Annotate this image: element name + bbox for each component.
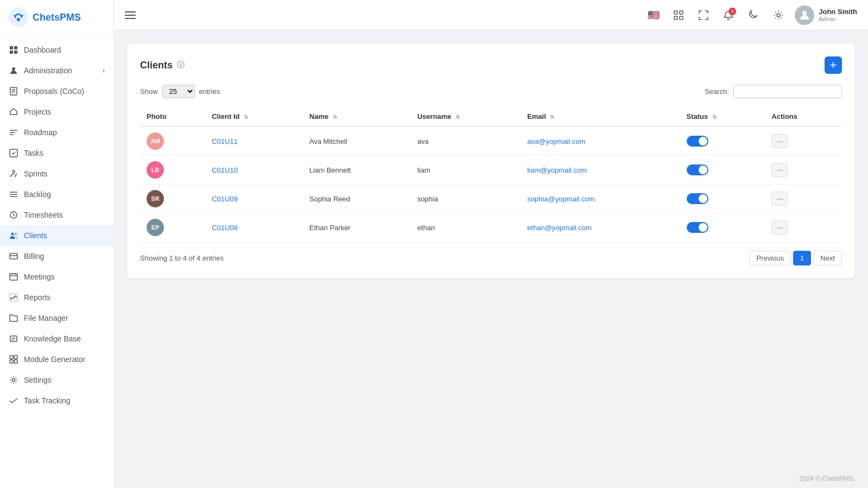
timesheets-icon (9, 210, 18, 220)
svg-point-1 (17, 18, 20, 21)
reports-icon (9, 293, 18, 302)
sidebar-item-file-manager[interactable]: File Manager (0, 308, 113, 328)
language-flag[interactable]: 🇺🇸 (645, 7, 662, 24)
cell-username: sophia (411, 185, 521, 213)
cell-client-id[interactable]: C01U11 (205, 126, 303, 156)
sidebar-item-task-tracking[interactable]: Task Tracking (0, 390, 113, 411)
dashboard-icon (9, 45, 18, 55)
svg-rect-3 (14, 46, 17, 49)
svg-rect-29 (680, 11, 683, 14)
page-1-button[interactable]: 1 (793, 251, 811, 265)
tasks-icon (9, 148, 18, 158)
sidebar-item-reports[interactable]: Reports (0, 287, 113, 308)
cell-status[interactable] (680, 213, 765, 242)
show-entries-control: Show 25 10 50 100 entries (140, 85, 220, 98)
settings-gear-icon[interactable] (770, 7, 787, 24)
fullscreen-icon[interactable] (695, 7, 712, 24)
clients-card: Clients ⓘ + Show 25 10 50 100 entries (127, 43, 855, 278)
sidebar-item-timesheets[interactable]: Timesheets (0, 205, 113, 225)
dark-mode-toggle[interactable] (745, 7, 762, 24)
add-client-button[interactable]: + (825, 56, 842, 74)
cell-photo: EP (140, 213, 205, 242)
table-row: LB C01U10 Liam Bennett liam liam@yopmail… (140, 156, 842, 185)
user-profile[interactable]: John Smith Admin (795, 5, 857, 25)
table-footer: Showing 1 to 4 of 4 entries Previous 1 N… (140, 251, 842, 265)
action-menu-button[interactable]: ··· (771, 163, 788, 177)
svg-rect-18 (10, 274, 17, 280)
info-icon[interactable]: ⓘ (177, 60, 185, 70)
sidebar-item-settings[interactable]: Settings (0, 370, 113, 390)
col-status[interactable]: Status ⇅ (680, 107, 765, 126)
sidebar-label-tasks: Tasks (24, 149, 43, 157)
sidebar-item-tasks[interactable]: Tasks (0, 143, 113, 163)
svg-rect-24 (14, 356, 17, 359)
svg-rect-23 (10, 356, 13, 359)
sidebar-item-knowledge-base[interactable]: Knowledge Base (0, 328, 113, 349)
sidebar-item-administration[interactable]: Administration › (0, 60, 113, 81)
col-username[interactable]: Username ⇅ (411, 107, 521, 126)
svg-point-33 (802, 11, 807, 15)
svg-rect-22 (10, 294, 17, 301)
cell-status[interactable] (680, 126, 765, 156)
sidebar-item-sprints[interactable]: Sprints (0, 163, 113, 184)
sidebar-item-billing[interactable]: Billing (0, 246, 113, 267)
sidebar-label-reports: Reports (24, 293, 50, 302)
cell-actions[interactable]: ··· (765, 156, 842, 185)
previous-button[interactable]: Previous (749, 251, 791, 265)
status-toggle[interactable] (687, 193, 708, 204)
svg-rect-31 (680, 16, 683, 20)
cell-email[interactable]: sophia@yopmail.com (521, 185, 680, 213)
cell-email[interactable]: liam@yopmail.com (521, 156, 680, 185)
cell-email[interactable]: ethan@yopmail.com (521, 213, 680, 242)
apps-grid-icon[interactable] (670, 7, 687, 24)
sidebar-item-clients[interactable]: Clients (0, 225, 113, 246)
sidebar-item-projects[interactable]: Projects (0, 102, 113, 122)
cell-client-id[interactable]: C01U08 (205, 213, 303, 242)
col-email[interactable]: Email ⇅ (521, 107, 680, 126)
action-menu-button[interactable]: ··· (771, 220, 788, 235)
cell-client-id[interactable]: C01U10 (205, 156, 303, 185)
table-row: AM C01U11 Ava Mitchell ava ava@yopmail.c… (140, 126, 842, 156)
action-menu-button[interactable]: ··· (771, 134, 788, 148)
module-generator-icon (9, 354, 18, 364)
settings-icon (9, 375, 18, 385)
cell-photo: AM (140, 126, 205, 156)
sidebar-item-roadmap[interactable]: Roadmap (0, 122, 113, 143)
sidebar-label-settings: Settings (24, 376, 52, 384)
sidebar-item-backlog[interactable]: Backlog (0, 184, 113, 205)
sidebar-item-dashboard[interactable]: Dashboard (0, 40, 113, 60)
next-button[interactable]: Next (813, 251, 842, 265)
cell-status[interactable] (680, 156, 765, 185)
content-area: Clients ⓘ + Show 25 10 50 100 entries (114, 30, 868, 470)
svg-point-6 (12, 67, 15, 71)
knowledge-base-icon (9, 334, 18, 344)
cell-actions[interactable]: ··· (765, 126, 842, 156)
action-menu-button[interactable]: ··· (771, 192, 788, 206)
cell-actions[interactable]: ··· (765, 213, 842, 242)
sidebar-item-module-generator[interactable]: Module Generator (0, 349, 113, 370)
status-toggle[interactable] (687, 164, 708, 175)
cell-email[interactable]: ava@yopmail.com (521, 126, 680, 156)
col-photo: Photo (140, 107, 205, 126)
sidebar-item-proposals[interactable]: Proposals (CoCo) (0, 81, 113, 102)
svg-rect-30 (674, 16, 677, 20)
showing-text: Showing 1 to 4 of 4 entries (140, 254, 224, 262)
svg-rect-2 (10, 46, 13, 49)
entries-select[interactable]: 25 10 50 100 (162, 85, 195, 98)
cell-actions[interactable]: ··· (765, 185, 842, 213)
notifications-icon[interactable]: 0 (720, 7, 737, 24)
col-client-id[interactable]: Client Id ⇅ (205, 107, 303, 126)
main-area: 🇺🇸 0 (114, 0, 868, 488)
cell-client-id[interactable]: C01U09 (205, 185, 303, 213)
sidebar-item-meetings[interactable]: Meetings (0, 267, 113, 287)
status-toggle[interactable] (687, 136, 708, 147)
page-header: Clients ⓘ + (140, 56, 842, 74)
sidebar: ChetsPMS Dashboard Administration › Prop… (0, 0, 114, 488)
user-role: Admin (819, 16, 857, 22)
status-toggle[interactable] (687, 222, 708, 233)
file-manager-icon (9, 313, 18, 323)
hamburger-menu[interactable] (125, 11, 136, 19)
col-name[interactable]: Name ⇅ (303, 107, 411, 126)
cell-status[interactable] (680, 185, 765, 213)
search-input[interactable] (733, 85, 842, 98)
